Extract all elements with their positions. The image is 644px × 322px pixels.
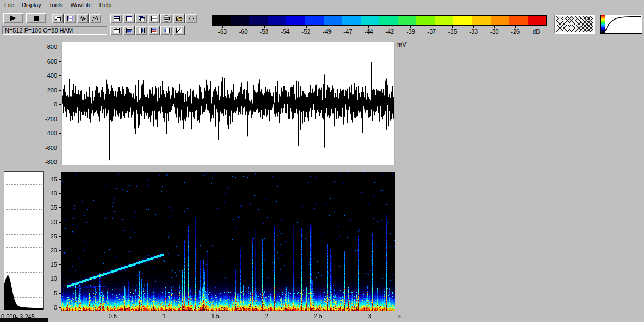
color-scale-bar: [212, 15, 547, 26]
color-scale-tick-label: -30: [484, 26, 505, 35]
spectrogram-y-tick: 40: [35, 190, 61, 197]
waveform-plot: [61, 42, 395, 165]
waveform-y-tick: -800: [35, 159, 61, 165]
waveform-y-tick: 200: [35, 87, 61, 93]
save-button[interactable]: [64, 14, 76, 23]
color-scale-tick-label: -35: [442, 26, 464, 35]
spectrogram-x-tick: 3: [368, 313, 371, 319]
tile-vertical-icon: [126, 15, 133, 22]
print-button[interactable]: [160, 14, 172, 23]
grid-windows-button[interactable]: [148, 14, 160, 23]
waveform-y-tick: -200: [35, 116, 61, 122]
color-scale-tick-label: -49: [317, 26, 338, 35]
waveform-canvas[interactable]: [62, 42, 394, 165]
play-icon: [8, 15, 19, 22]
spectrogram-y-tick: 10: [35, 275, 61, 282]
waveform-y-tick: 0: [35, 101, 61, 108]
layout-5-icon: [163, 27, 170, 34]
spectrogram-y-tick: 5: [35, 290, 61, 296]
menu-display[interactable]: Display: [18, 1, 46, 9]
color-scale-tick-label: -63: [212, 26, 233, 35]
spectrogram-plot: [61, 172, 395, 311]
spectrogram-x-axis: 0.511.522.53: [61, 313, 409, 320]
color-scale-tick-label: -26: [505, 26, 526, 35]
color-scale-tick-label: -42: [379, 26, 401, 35]
layout-2-icon: [126, 27, 133, 34]
copy-icon: [54, 15, 61, 22]
spectrogram-canvas[interactable]: [61, 172, 395, 311]
color-scale-tick-label: -37: [421, 26, 442, 35]
color-scale-tick-label: -60: [233, 26, 254, 35]
cascade-windows-icon: [138, 15, 145, 22]
color-scale-tick-label: -52: [296, 26, 317, 35]
spectrum-display-icon: [92, 15, 99, 22]
menu-tools[interactable]: Tools: [46, 1, 67, 9]
layout-3-icon: [138, 27, 145, 34]
print-icon: [163, 15, 170, 22]
layout-6-icon: [176, 27, 183, 34]
stop-button[interactable]: [26, 13, 46, 23]
grid-windows-icon: [151, 15, 158, 22]
waveform-y-tick: 800: [35, 43, 61, 50]
open-file-icon: [176, 15, 183, 22]
toolbar-group-c: [110, 26, 185, 35]
layout-4-button[interactable]: [148, 26, 160, 35]
cascade-windows-button[interactable]: [135, 14, 147, 23]
transport-buttons: [3, 13, 46, 23]
waveform-y-tick: -400: [35, 130, 61, 136]
waveform-display-icon: [79, 15, 86, 22]
layout-2-button[interactable]: [123, 26, 135, 35]
swap-view-icon: [188, 15, 195, 22]
waveform-y-tick: 400: [35, 72, 61, 79]
play-button[interactable]: [3, 13, 23, 23]
layout-6-button[interactable]: [173, 26, 185, 35]
waveform-y-axis: 8006004002000-200-400-600-800: [35, 42, 61, 165]
tile-horizontal-button[interactable]: [110, 14, 122, 23]
menu-file[interactable]: File: [1, 1, 18, 9]
color-scale-tick-label: -47: [337, 26, 359, 35]
layout-1-button[interactable]: [110, 26, 122, 35]
tile-vertical-button[interactable]: [123, 14, 135, 23]
texture-swatch-button[interactable]: [554, 15, 595, 34]
spectrogram-x-tick: 2.5: [314, 313, 322, 319]
toolbar-group-b: [110, 14, 197, 23]
spectrogram-app-window: FileDisplayToolsWavFileHelp N=512 F=100 …: [0, 0, 644, 322]
spectrogram-x-tick: 0.5: [109, 313, 117, 319]
color-scale-tick-label: -54: [275, 26, 296, 35]
palette-curve-canvas: [601, 15, 642, 33]
crosshatch-pattern-icon: [556, 16, 593, 32]
menu-help[interactable]: Help: [96, 1, 116, 9]
menu-wavfile[interactable]: WavFile: [67, 1, 96, 9]
color-scale-tick-label: -58: [254, 26, 275, 35]
color-scale-unit: dB: [526, 26, 547, 35]
spectrogram-y-tick: 15: [35, 261, 61, 268]
spectrogram-y-tick: 25: [35, 233, 61, 239]
palette-curve-button[interactable]: [600, 15, 642, 34]
spectrogram-x-tick: 2: [265, 313, 268, 319]
layout-1-icon: [113, 27, 120, 34]
menu-bar: FileDisplayToolsWavFileHelp: [0, 0, 644, 10]
spectrogram-y-axis: 454035302520151050: [35, 172, 61, 311]
layout-5-button[interactable]: [160, 26, 172, 35]
color-scale-tick-label: -33: [463, 26, 484, 35]
spectrogram-x-tick: 1: [162, 313, 166, 319]
time-unit-label: s: [398, 313, 402, 319]
color-scale-tick-label: -39: [401, 26, 422, 35]
spectrogram-y-tick: 0: [35, 304, 61, 311]
spectrogram-y-tick: 45: [35, 176, 61, 182]
spectrogram-x-tick: 1.5: [211, 313, 220, 319]
spectrogram-y-tick: 30: [35, 219, 61, 225]
spectrogram-y-tick: 20: [35, 247, 61, 254]
color-scale-legend: -63-60-58-54-52-49-47-44-42-39-37-35-33-…: [212, 15, 547, 35]
copy-button[interactable]: [52, 14, 64, 23]
stop-icon: [30, 15, 42, 22]
waveform-y-tick: 600: [35, 58, 61, 65]
analysis-settings-status: N=512 F=100 O=88 HAM: [2, 26, 107, 35]
swap-view-button[interactable]: [185, 14, 197, 23]
waveform-y-tick: -600: [35, 144, 61, 151]
open-file-button[interactable]: [173, 14, 185, 23]
spectrum-display-button[interactable]: [89, 14, 101, 23]
save-icon: [67, 15, 74, 22]
layout-3-button[interactable]: [135, 26, 147, 35]
waveform-display-button[interactable]: [77, 14, 89, 23]
